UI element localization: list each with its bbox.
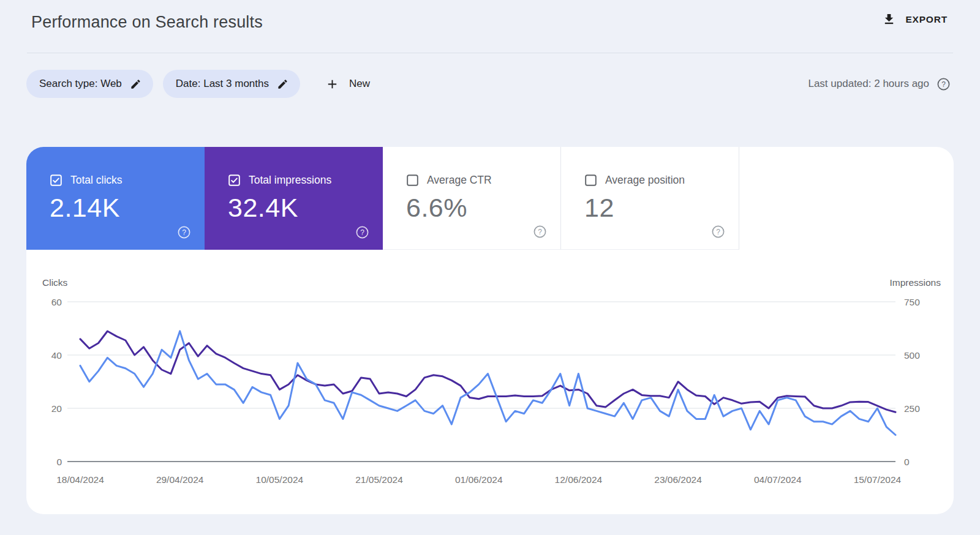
metric-label: Total clicks	[70, 174, 123, 187]
x-axis-date-label: 23/06/2024	[654, 474, 702, 485]
right-axis-tick-label: 0	[904, 457, 910, 467]
help-icon[interactable]: ?	[355, 225, 369, 239]
impressions-line	[80, 331, 895, 412]
left-axis-tick-label: 60	[51, 297, 62, 307]
last-updated-text: Last updated: 2 hours ago	[808, 78, 929, 90]
help-icon[interactable]: ?	[177, 225, 191, 239]
help-icon[interactable]: ?	[711, 225, 725, 239]
x-axis-date-label: 29/04/2024	[156, 474, 204, 485]
last-updated: Last updated: 2 hours ago ?	[808, 70, 951, 98]
x-axis-date-label: 18/04/2024	[56, 474, 104, 485]
metric-label: Total impressions	[249, 174, 331, 187]
x-axis-date-label: 10/05/2024	[256, 474, 304, 485]
export-label: EXPORT	[905, 14, 948, 25]
checkbox-checked-icon[interactable]	[50, 174, 62, 187]
checkbox-unchecked-icon[interactable]	[406, 174, 419, 187]
edit-pencil-icon	[130, 78, 141, 90]
left-axis-tick-label: 0	[56, 457, 62, 467]
svg-text:?: ?	[941, 80, 946, 88]
metric-label: Average CTR	[427, 174, 492, 187]
metric-card-total-impressions[interactable]: Total impressions 32.4K ?	[205, 147, 383, 250]
help-icon[interactable]: ?	[533, 225, 547, 239]
metric-card-total-clicks[interactable]: Total clicks 2.14K ?	[26, 147, 205, 250]
help-icon[interactable]: ?	[937, 77, 951, 91]
new-filter-button[interactable]: New	[319, 70, 376, 98]
left-axis-tick-label: 20	[51, 403, 62, 414]
left-axis-tick-label: 40	[51, 350, 62, 361]
clicks-line	[80, 331, 895, 435]
right-axis-title: Impressions	[889, 277, 941, 288]
metric-value: 12	[584, 193, 739, 223]
metric-card-average-ctr[interactable]: Average CTR 6.6% ?	[383, 147, 561, 250]
x-axis-date-label: 15/07/2024	[854, 474, 902, 485]
svg-text:?: ?	[716, 228, 720, 236]
metric-card-average-position[interactable]: Average position 12 ?	[561, 147, 739, 250]
metric-value: 2.14K	[50, 193, 205, 223]
metric-label: Average position	[605, 174, 685, 187]
edit-pencil-icon	[277, 78, 288, 90]
right-axis-tick-label: 500	[904, 350, 920, 361]
performance-panel: Total clicks 2.14K ? Total impressio	[26, 147, 954, 514]
export-button[interactable]: EXPORT	[882, 12, 948, 26]
checkbox-checked-icon[interactable]	[228, 174, 241, 187]
x-axis-date-label: 12/06/2024	[555, 474, 603, 485]
performance-line-chart[interactable]: 00202504050060750ClicksImpressions18/04/…	[26, 250, 954, 514]
download-icon	[882, 12, 896, 26]
date-range-chip[interactable]: Date: Last 3 months	[163, 70, 300, 98]
x-axis-date-label: 21/05/2024	[355, 474, 403, 485]
left-axis-title: Clicks	[42, 277, 68, 288]
metric-value: 6.6%	[406, 193, 560, 223]
search-type-chip[interactable]: Search type: Web	[26, 70, 153, 98]
plus-icon	[325, 77, 339, 91]
svg-text:?: ?	[538, 228, 542, 236]
header-divider	[27, 53, 953, 53]
filter-row: Search type: Web Date: Last 3 months New	[26, 70, 376, 98]
right-axis-tick-label: 250	[904, 403, 920, 414]
metric-value: 32.4K	[228, 193, 383, 223]
checkbox-unchecked-icon[interactable]	[584, 174, 597, 187]
svg-text:?: ?	[182, 228, 186, 237]
search-type-chip-label: Search type: Web	[39, 78, 122, 90]
svg-text:?: ?	[360, 228, 364, 237]
x-axis-date-label: 01/06/2024	[455, 474, 503, 485]
x-axis-date-label: 04/07/2024	[754, 474, 802, 485]
date-range-chip-label: Date: Last 3 months	[176, 78, 269, 90]
new-filter-label: New	[349, 78, 370, 90]
right-axis-tick-label: 750	[904, 297, 920, 307]
page-title: Performance on Search results	[31, 13, 263, 32]
